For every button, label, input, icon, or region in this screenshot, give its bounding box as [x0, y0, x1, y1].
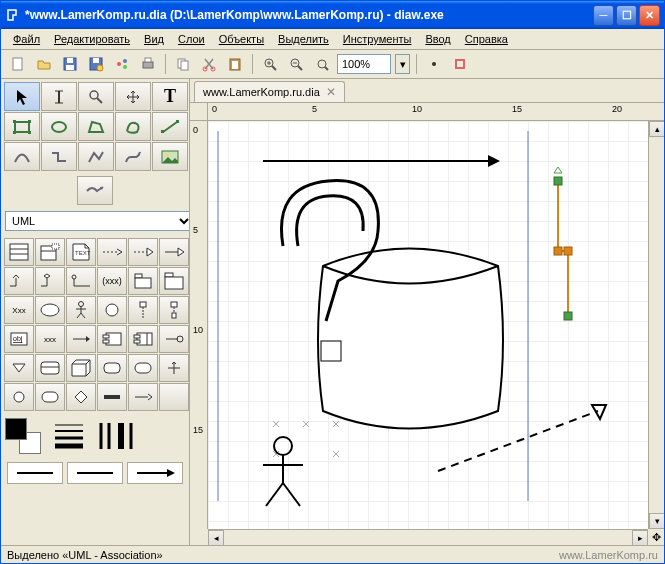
- scroll-left-icon[interactable]: ◂: [208, 530, 224, 545]
- uml-lifeline-ext[interactable]: [159, 296, 189, 324]
- menu-edit[interactable]: Редактировать: [48, 31, 136, 47]
- uml-simple-state[interactable]: [97, 354, 127, 382]
- uml-component-feature[interactable]: [128, 325, 158, 353]
- uml-association[interactable]: [4, 267, 34, 295]
- zoom-out-button[interactable]: [285, 53, 307, 75]
- drawing-canvas[interactable]: [208, 121, 648, 529]
- cut-button[interactable]: [198, 53, 220, 75]
- menu-select[interactable]: Выделить: [272, 31, 335, 47]
- paste-button[interactable]: [224, 53, 246, 75]
- uml-aggregation[interactable]: [35, 267, 65, 295]
- tool-ellipse[interactable]: [41, 112, 77, 141]
- tool-text[interactable]: T: [152, 82, 188, 111]
- menu-layers[interactable]: Слои: [172, 31, 211, 47]
- uml-message-label[interactable]: xxx: [35, 325, 65, 353]
- uml-fork[interactable]: [97, 383, 127, 411]
- snap-grid-button[interactable]: [423, 53, 445, 75]
- uml-object[interactable]: obj: [4, 325, 34, 353]
- tool-beziergon[interactable]: [115, 112, 151, 141]
- uml-node-triangle[interactable]: [4, 354, 34, 382]
- uml-large-package[interactable]: [159, 267, 189, 295]
- pan-nav-icon[interactable]: ✥: [648, 529, 664, 545]
- menu-tools[interactable]: Инструменты: [337, 31, 418, 47]
- tool-polygon[interactable]: [78, 112, 114, 141]
- maximize-button[interactable]: ☐: [616, 5, 637, 26]
- category-dropdown[interactable]: UML: [5, 211, 190, 231]
- zoom-fit-button[interactable]: [311, 53, 333, 75]
- tool-line[interactable]: [152, 112, 188, 141]
- menu-help[interactable]: Справка: [459, 31, 514, 47]
- menu-view[interactable]: Вид: [138, 31, 170, 47]
- menu-objects[interactable]: Объекты: [213, 31, 270, 47]
- tab-close-icon[interactable]: ✕: [326, 85, 336, 99]
- scroll-down-icon[interactable]: ▾: [649, 513, 664, 529]
- uml-realizes[interactable]: [128, 238, 158, 266]
- uml-implements[interactable]: [66, 267, 96, 295]
- tool-magnify[interactable]: [78, 82, 114, 111]
- zoom-input[interactable]: [337, 54, 391, 74]
- uml-message[interactable]: [66, 325, 96, 353]
- open-button[interactable]: [33, 53, 55, 75]
- tool-outline[interactable]: [77, 176, 113, 205]
- uml-note[interactable]: TEXT: [66, 238, 96, 266]
- uml-activity[interactable]: [128, 354, 158, 382]
- copy-button[interactable]: [172, 53, 194, 75]
- uml-provide[interactable]: [159, 325, 189, 353]
- zoom-in-button[interactable]: [259, 53, 281, 75]
- uml-state[interactable]: [35, 354, 65, 382]
- uml-final[interactable]: [35, 383, 65, 411]
- document-tab[interactable]: www.LamerKomp.ru.dia ✕: [194, 81, 345, 102]
- scrollbar-vertical[interactable]: ▴ ▾: [648, 121, 664, 529]
- uml-node[interactable]: [66, 354, 96, 382]
- arrow-start-picker[interactable]: [7, 462, 63, 484]
- uml-small-package[interactable]: [128, 267, 158, 295]
- uml-generalization[interactable]: [159, 238, 189, 266]
- uml-constraint[interactable]: (xxx): [97, 267, 127, 295]
- shape-category[interactable]: UML: [5, 211, 185, 231]
- uml-component[interactable]: [97, 325, 127, 353]
- uml-usecase-circle[interactable]: [97, 296, 127, 324]
- tool-arc[interactable]: [4, 142, 40, 171]
- scroll-h-track[interactable]: [224, 530, 632, 545]
- scroll-up-icon[interactable]: ▴: [649, 121, 664, 137]
- uml-branch[interactable]: [66, 383, 96, 411]
- line-width-sample[interactable]: [49, 418, 89, 454]
- tool-bezier[interactable]: [115, 142, 151, 171]
- scrollbar-horizontal[interactable]: ◂ ▸: [208, 529, 648, 545]
- tool-pointer[interactable]: [4, 82, 40, 111]
- export-button[interactable]: [111, 53, 133, 75]
- tool-zigzag[interactable]: [41, 142, 77, 171]
- menu-file[interactable]: Файл: [7, 31, 46, 47]
- save-as-button[interactable]: [85, 53, 107, 75]
- minimize-button[interactable]: ─: [593, 5, 614, 26]
- uml-transition[interactable]: [128, 383, 158, 411]
- uml-class[interactable]: [4, 238, 34, 266]
- tool-image[interactable]: [152, 142, 188, 171]
- save-button[interactable]: [59, 53, 81, 75]
- tool-box[interactable]: [4, 112, 40, 141]
- uml-dependency[interactable]: [97, 238, 127, 266]
- menu-input[interactable]: Ввод: [419, 31, 456, 47]
- uml-usecase[interactable]: [35, 296, 65, 324]
- zoom-dropdown[interactable]: ▾: [395, 54, 410, 74]
- uml-actor[interactable]: [66, 296, 96, 324]
- print-button[interactable]: [137, 53, 159, 75]
- tool-text-edit[interactable]: [41, 82, 77, 111]
- scroll-right-icon[interactable]: ▸: [632, 530, 648, 545]
- tool-scroll[interactable]: [115, 82, 151, 111]
- uml-blank[interactable]: [159, 383, 189, 411]
- uml-decision[interactable]: [159, 354, 189, 382]
- arrow-end-picker[interactable]: [127, 462, 183, 484]
- new-button[interactable]: [7, 53, 29, 75]
- line-dash-picker[interactable]: [67, 462, 123, 484]
- snap-object-button[interactable]: [449, 53, 471, 75]
- uml-lifeline[interactable]: [128, 296, 158, 324]
- color-picker[interactable]: [5, 418, 41, 454]
- line-style-sample[interactable]: [97, 418, 137, 454]
- uml-class-template[interactable]: [35, 238, 65, 266]
- uml-usecase-text[interactable]: Xxx: [4, 296, 34, 324]
- close-button[interactable]: ✕: [639, 5, 660, 26]
- uml-initial[interactable]: [4, 383, 34, 411]
- tool-polyline[interactable]: [78, 142, 114, 171]
- scroll-v-track[interactable]: [649, 137, 664, 513]
